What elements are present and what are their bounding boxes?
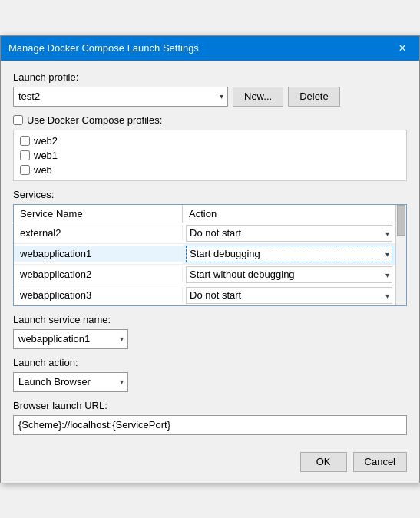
service-name-external2: external2 [14,225,183,241]
action-select-webapplication2[interactable]: Do not start Start debugging Start witho… [186,266,392,283]
profile-label-web2: web2 [34,135,58,147]
service-action-external2: Do not start Start debugging Start witho… [183,223,395,243]
dialog-footer: OK Cancel [1,446,419,483]
scrollbar-track[interactable] [395,205,406,305]
col-header-action: Action [183,205,395,223]
dialog-content: Launch profile: test2 New... Delete Use … [1,61,419,446]
service-name-webapplication3: webapplication3 [14,287,183,303]
dialog: Manage Docker Compose Launch Settings × … [0,35,420,483]
dialog-title: Manage Docker Compose Launch Settings [8,42,199,54]
launch-service-dropdown[interactable]: webapplication1 webapplication2 webappli… [13,329,128,349]
profile-item-web: web [20,164,400,176]
service-action-webapplication3: Do not start Start debugging Start witho… [183,285,395,305]
delete-button[interactable]: Delete [288,87,340,107]
service-row-webapplication3: webapplication3 Do not start Start debug… [14,285,395,305]
profile-item-web2: web2 [20,135,400,147]
launch-action-row: Launch Browser None [13,372,407,392]
action-dropdown-wrapper-webapplication1: Do not start Start debugging Start witho… [186,246,392,262]
compose-profiles-list: web2 web1 web [13,130,407,181]
launch-profile-label: Launch profile: [13,71,407,83]
action-dropdown-webapplication1[interactable]: Do not start Start debugging Start witho… [186,246,392,262]
services-header: Service Name Action [14,205,395,223]
launch-service-row: webapplication1 webapplication2 webappli… [13,329,407,349]
action-select-wrapper-webapplication3: Do not start Start debugging Start witho… [186,287,392,304]
profile-item-web1: web1 [20,150,400,161]
services-label: Services: [13,189,407,200]
cancel-button[interactable]: Cancel [353,452,407,472]
profile-checkbox-web[interactable] [20,165,30,175]
profile-label-web: web [34,164,52,176]
close-button[interactable]: × [393,39,412,58]
action-select-webapplication3[interactable]: Do not start Start debugging Start witho… [186,287,392,304]
profile-label-web1: web1 [34,150,58,161]
service-action-webapplication1: Do not start Start debugging Start witho… [183,244,395,264]
action-select-wrapper-external2: Do not start Start debugging Start witho… [186,225,392,242]
service-row-webapplication2: webapplication2 Do not start Start debug… [14,265,395,285]
compose-profiles-label: Use Docker Compose profiles: [27,114,162,126]
services-table: Service Name Action external2 Do not sta… [13,204,407,306]
profile-checkbox-web2[interactable] [20,136,30,146]
service-action-webapplication2: Do not start Start debugging Start witho… [183,265,395,285]
service-name-webapplication1: webapplication1 [14,246,183,262]
launch-profile-dropdown[interactable]: test2 [13,87,228,107]
profile-checkbox-web1[interactable] [20,150,30,160]
services-inner: Service Name Action external2 Do not sta… [14,205,395,305]
compose-profiles-checkbox[interactable] [13,115,23,125]
launch-service-dropdown-wrapper: webapplication1 webapplication2 webappli… [13,329,128,349]
service-name-webapplication2: webapplication2 [14,266,183,282]
scrollbar-thumb[interactable] [397,205,405,236]
action-select-external2[interactable]: Do not start Start debugging Start witho… [186,225,392,242]
browser-url-label: Browser launch URL: [13,400,407,411]
launch-action-dropdown-wrapper: Launch Browser None [13,372,128,392]
browser-url-input[interactable] [13,415,407,435]
action-select-wrapper-webapplication2: Do not start Start debugging Start witho… [186,266,392,283]
ok-button[interactable]: OK [300,452,347,472]
title-bar: Manage Docker Compose Launch Settings × [1,36,419,61]
new-button[interactable]: New... [233,87,283,107]
col-header-name: Service Name [14,205,183,223]
launch-profile-row: test2 New... Delete [13,87,407,107]
launch-profile-dropdown-wrapper: test2 [13,87,228,107]
services-table-container: Service Name Action external2 Do not sta… [13,204,407,306]
launch-service-label: Launch service name: [13,314,407,325]
service-row-external2: external2 Do not start Start debugging S… [14,223,395,244]
launch-action-label: Launch action: [13,357,407,368]
compose-profiles-main-row: Use Docker Compose profiles: [13,114,407,126]
launch-action-dropdown[interactable]: Launch Browser None [13,372,128,392]
service-row-webapplication1: webapplication1 Do not start Start debug… [14,244,395,265]
